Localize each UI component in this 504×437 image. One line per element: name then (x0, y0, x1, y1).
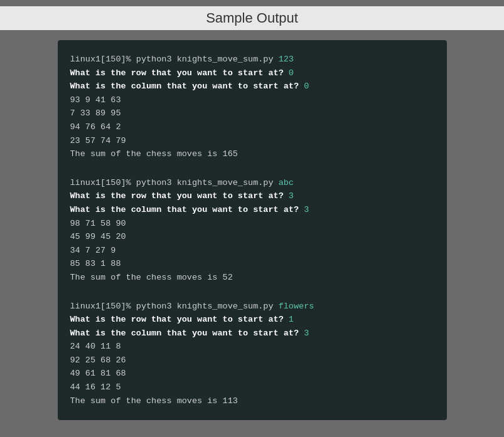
input-label-2-2: What is the column that you want to star… (70, 205, 304, 214)
data-line-3-1: 24 40 11 8 (70, 340, 434, 354)
terminal-container: linux1[150]% python3 knights_move_sum.py… (58, 40, 447, 420)
input-line-2-1: What is the row that you want to start a… (70, 189, 434, 203)
command-arg-2: abc (279, 178, 294, 187)
command-line-3: linux1[150]% python3 knights_move_sum.py… (70, 300, 434, 313)
data-line-1-1: 93 9 41 63 (70, 93, 434, 107)
input-line-2-2: What is the column that you want to star… (70, 203, 434, 217)
input-line-3-2: What is the column that you want to star… (70, 327, 434, 340)
data-line-1-3: 94 76 64 2 (70, 120, 434, 134)
input-line-1-1: What is the row that you want to start a… (70, 66, 434, 80)
data-line-2-2: 45 99 45 20 (70, 230, 434, 244)
prompt-2: linux1[150]% python3 knights_move_sum.py (70, 178, 279, 187)
data-line-3-3: 49 61 81 68 (70, 367, 434, 381)
page-title: Sample Output (0, 6, 504, 30)
prompt-1: linux1[150]% python3 knights_move_sum.py (70, 55, 279, 64)
input-value-1-2: 0 (304, 82, 309, 91)
result-line-3: The sum of the chess moves is 113 (70, 394, 434, 408)
data-line-2-1: 98 71 58 90 (70, 217, 434, 231)
input-value-2-1: 3 (289, 191, 294, 201)
data-line-3-4: 44 16 12 5 (70, 381, 434, 394)
input-value-2-2: 3 (304, 205, 309, 214)
input-label-3-2: What is the column that you want to star… (70, 329, 304, 338)
input-label-1-2: What is the column that you want to star… (70, 82, 304, 91)
data-line-2-4: 85 83 1 88 (70, 257, 434, 271)
input-line-1-2: What is the column that you want to star… (70, 80, 434, 93)
command-line-2: linux1[150]% python3 knights_move_sum.py… (70, 176, 434, 190)
terminal-block-3: linux1[150]% python3 knights_move_sum.py… (70, 300, 434, 408)
input-value-1-1: 0 (289, 68, 294, 78)
input-value-3-2: 3 (304, 329, 309, 338)
terminal-block-2: linux1[150]% python3 knights_move_sum.py… (70, 176, 434, 285)
input-label-2-1: What is the row that you want to start a… (70, 191, 289, 201)
command-line-1: linux1[150]% python3 knights_move_sum.py… (70, 53, 434, 66)
terminal-block-1: linux1[150]% python3 knights_move_sum.py… (70, 53, 434, 161)
input-label-1-1: What is the row that you want to start a… (70, 68, 289, 78)
data-line-1-4: 23 57 74 79 (70, 134, 434, 148)
result-line-1: The sum of the chess moves is 165 (70, 147, 434, 161)
data-line-2-3: 34 7 27 9 (70, 244, 434, 258)
input-value-3-1: 1 (289, 315, 294, 324)
command-arg-3: flowers (279, 302, 314, 311)
data-line-1-2: 7 33 89 95 (70, 107, 434, 120)
result-line-2: The sum of the chess moves is 52 (70, 271, 434, 285)
data-line-3-2: 92 25 68 26 (70, 354, 434, 367)
command-arg-1: 123 (279, 55, 294, 64)
input-line-3-1: What is the row that you want to start a… (70, 313, 434, 327)
input-label-3-1: What is the row that you want to start a… (70, 315, 289, 324)
prompt-3: linux1[150]% python3 knights_move_sum.py (70, 302, 279, 311)
